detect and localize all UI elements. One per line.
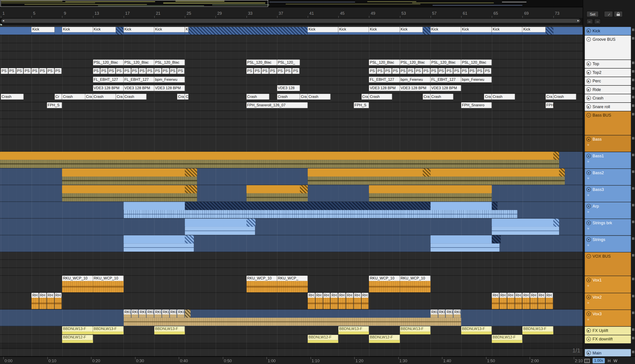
audio-clip[interactable] <box>62 168 185 177</box>
audio-clip[interactable]: bpm_Feierwu <box>154 77 185 85</box>
track-grab-handle[interactable] <box>632 170 634 173</box>
clip-hatched-region[interactable] <box>185 168 197 177</box>
audio-clip[interactable]: PS <box>177 68 185 76</box>
audio-clip[interactable] <box>0 27 32 35</box>
audio-clip[interactable]: RKU <box>154 310 162 318</box>
beat-ruler[interactable]: 15913172125293337414549535761656973 <box>0 7 583 18</box>
audio-clip[interactable]: PS <box>47 68 54 76</box>
audio-clip[interactable]: C <box>185 94 189 102</box>
audio-clip[interactable] <box>246 193 308 202</box>
audio-clip[interactable]: PS <box>154 68 162 76</box>
clip-hatched-region[interactable] <box>185 310 191 318</box>
audio-clip[interactable]: VDE3 128 BPM <box>93 85 124 94</box>
audio-clip[interactable]: PS <box>407 68 415 76</box>
track-group-icon[interactable]: ≡ <box>586 113 591 118</box>
track-fold-icon[interactable]: ▼ <box>586 137 591 142</box>
audio-clip[interactable]: VDE3 128 <box>277 85 300 94</box>
track-header-bass-bus[interactable]: ≡Bass BUS <box>585 111 631 135</box>
audio-clip[interactable]: VDE3 128 BPM <box>369 85 400 94</box>
audio-clip[interactable] <box>308 177 565 185</box>
audio-clip[interactable]: RH <box>538 293 545 309</box>
audio-clip[interactable]: PS <box>246 68 254 76</box>
zoom-level-badge[interactable]: 1.00x <box>592 358 605 363</box>
track-header-fx-downlift[interactable]: ▼FX downlift <box>585 335 631 344</box>
audio-clip[interactable]: bpm_Feierwu <box>461 77 492 85</box>
audio-clip[interactable]: Cra <box>177 94 185 102</box>
audio-clip[interactable]: PS <box>476 68 484 76</box>
audio-clip[interactable]: VDE3 128 BPM <box>430 85 461 94</box>
track-grab-handle[interactable] <box>632 187 634 190</box>
audio-clip[interactable]: PS <box>39 68 47 76</box>
audio-clip[interactable]: PS <box>24 68 31 76</box>
audio-clip[interactable]: PS <box>101 68 108 76</box>
audio-clip[interactable]: Cr <box>55 94 62 102</box>
audio-clip[interactable]: PSL_120_Blac <box>124 60 154 68</box>
audio-clip[interactable]: RKU_WCP_10 <box>400 276 430 292</box>
audio-clip[interactable]: PSL_120_ <box>277 60 300 68</box>
audio-clip[interactable]: RKU <box>139 310 146 318</box>
audio-clip[interactable]: PS <box>147 68 154 76</box>
audio-clip[interactable]: PS <box>438 68 445 76</box>
audio-clip[interactable]: FL_EBHT_127 <box>430 77 461 85</box>
audio-clip[interactable]: VDE3 128 BPM <box>124 85 154 94</box>
audio-clip[interactable] <box>62 177 197 185</box>
audio-clip[interactable] <box>492 227 559 235</box>
audio-clip[interactable]: PS <box>484 68 492 76</box>
track-grab-handle[interactable] <box>632 312 634 314</box>
audio-clip[interactable]: PS <box>277 68 284 76</box>
audio-clip[interactable]: RH <box>346 293 353 309</box>
audio-clip[interactable]: RH <box>515 293 522 309</box>
audio-clip[interactable]: Crash <box>308 94 331 102</box>
audio-clip[interactable]: PSL_120_Blac <box>430 60 461 68</box>
audio-clip[interactable]: BBDNLW12-F <box>369 335 400 343</box>
audio-clip[interactable]: RKU_WCP_10 <box>369 276 400 292</box>
clip-hatched-region[interactable] <box>185 202 431 210</box>
track-play-icon[interactable]: ▶ <box>586 79 591 83</box>
audio-clip[interactable]: Kick <box>124 27 154 35</box>
expand-button[interactable]: ↔ <box>604 11 613 17</box>
audio-clip[interactable] <box>185 227 255 235</box>
lock-button[interactable] <box>614 11 623 17</box>
clip-hatched-region[interactable] <box>492 236 501 244</box>
audio-clip[interactable]: RKU_WCP_ <box>277 276 308 292</box>
audio-clip[interactable]: FPH <box>545 102 553 110</box>
grid-icon[interactable] <box>584 359 590 363</box>
audio-clip[interactable]: PS <box>9 68 16 76</box>
track-fold-icon[interactable]: ▼ <box>586 312 591 316</box>
audio-clip[interactable]: Crash <box>369 94 392 102</box>
audio-clip[interactable]: RH <box>507 293 514 309</box>
clip-hatched-region[interactable] <box>545 27 553 35</box>
audio-clip[interactable]: Kick <box>62 27 93 35</box>
clip-hatched-region[interactable] <box>553 218 559 227</box>
audio-clip[interactable]: RKU <box>124 310 131 318</box>
audio-clip[interactable]: Cra <box>361 94 369 102</box>
clip-hatched-region[interactable] <box>492 202 498 210</box>
track-grab-handle[interactable] <box>632 104 634 107</box>
track-grab-handle[interactable] <box>632 137 634 140</box>
track-grab-handle[interactable] <box>632 254 634 256</box>
audio-clip[interactable]: FPH_S <box>354 102 369 110</box>
clip-hatched-region[interactable] <box>423 168 430 177</box>
audio-clip[interactable]: PS <box>400 68 407 76</box>
track-fold-icon[interactable]: ▼ <box>586 154 591 158</box>
back-arrow-button[interactable]: ← <box>586 19 593 24</box>
audio-clip[interactable]: RH <box>331 293 338 309</box>
audio-clip[interactable]: RH <box>530 293 537 309</box>
audio-clip[interactable]: PSL_120_Blac <box>369 60 400 68</box>
audio-clip[interactable]: RH <box>361 293 369 309</box>
audio-clip[interactable]: PS <box>108 68 116 76</box>
clip-hatched-region[interactable] <box>553 152 559 160</box>
audio-clip[interactable]: Kick <box>461 27 492 35</box>
track-fold-icon[interactable]: ▼ <box>586 278 591 282</box>
audio-clip[interactable]: RH <box>315 293 323 309</box>
track-header-top[interactable]: ▶Top <box>585 60 631 68</box>
audio-clip[interactable] <box>62 193 197 202</box>
track-grab-handle[interactable] <box>632 70 634 72</box>
audio-clip[interactable]: BBDNLW13-F <box>62 326 93 334</box>
track-fold-icon[interactable]: ▼ <box>586 238 591 242</box>
audio-clip[interactable]: PS <box>269 68 277 76</box>
audio-clip[interactable] <box>124 202 185 210</box>
track-header-vox-bus[interactable]: ≡VOX BUS <box>585 252 631 276</box>
audio-clip[interactable]: bpm_Feierwu <box>400 77 430 85</box>
audio-clip[interactable]: FL_EBHT_127 <box>93 77 124 85</box>
